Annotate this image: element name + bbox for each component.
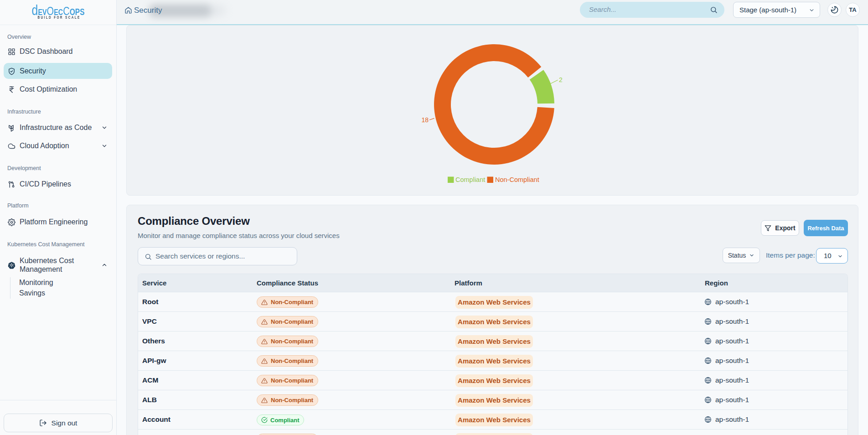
svg-text:Non-Compliant: Non-Compliant	[495, 176, 539, 183]
svg-text:18: 18	[421, 116, 429, 124]
svg-text:2: 2	[559, 76, 563, 83]
svg-text:Compliant: Compliant	[455, 176, 485, 183]
